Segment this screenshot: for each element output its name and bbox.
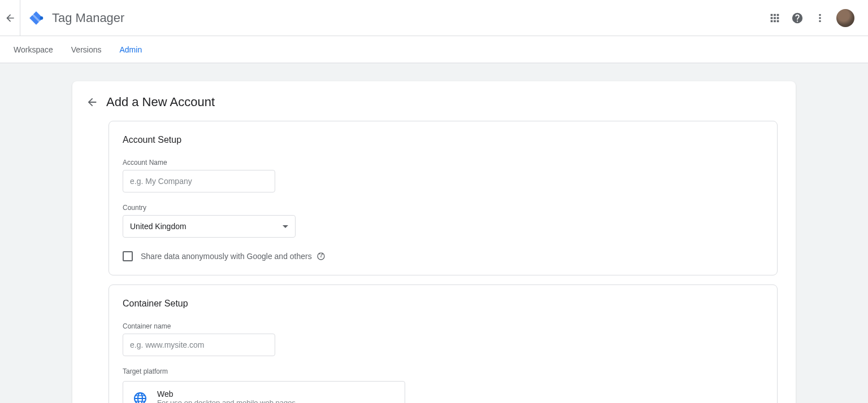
country-value: United Kingdom	[130, 222, 186, 231]
apps-grid-icon[interactable]	[769, 12, 781, 24]
back-arrow-icon[interactable]	[5, 12, 16, 24]
container-name-label: Container name	[123, 322, 763, 330]
top-header: Tag Manager	[0, 0, 868, 36]
country-label: Country	[123, 204, 763, 212]
header-right-icons	[769, 9, 861, 27]
app-title: Tag Manager	[52, 11, 124, 25]
platform-desc: For use on desktop and mobile web pages	[157, 398, 296, 403]
container-setup-card: Container Setup Container name Target pl…	[108, 284, 778, 403]
account-name-label: Account Name	[123, 159, 763, 167]
tab-versions[interactable]: Versions	[71, 36, 102, 63]
back-section	[0, 0, 20, 36]
tab-admin[interactable]: Admin	[119, 36, 142, 63]
help-icon[interactable]	[791, 12, 804, 24]
main-panel: Add a New Account Account Setup Account …	[72, 81, 796, 403]
user-avatar[interactable]	[836, 9, 854, 27]
content-area: Add a New Account Account Setup Account …	[0, 63, 868, 403]
share-help-icon[interactable]	[316, 252, 326, 261]
container-setup-title: Container Setup	[123, 299, 763, 309]
more-vert-icon[interactable]	[814, 12, 826, 24]
panel-header: Add a New Account	[72, 95, 796, 121]
platform-text-group: Web For use on desktop and mobile web pa…	[157, 389, 296, 403]
tab-workspace[interactable]: Workspace	[14, 36, 53, 63]
gtm-logo-icon	[28, 10, 44, 26]
nav-tabs: Workspace Versions Admin	[0, 36, 868, 63]
share-data-checkbox[interactable]	[123, 251, 133, 261]
globe-icon	[133, 392, 147, 404]
panel-title: Add a New Account	[106, 95, 215, 109]
account-setup-card: Account Setup Account Name Country Unite…	[108, 121, 778, 275]
target-platform-label: Target platform	[123, 367, 763, 375]
account-setup-title: Account Setup	[123, 135, 763, 145]
container-name-input[interactable]	[123, 334, 275, 356]
chevron-down-icon	[283, 225, 288, 228]
country-select[interactable]: United Kingdom	[123, 215, 296, 238]
share-data-row: Share data anonymously with Google and o…	[123, 251, 763, 261]
platform-option-web[interactable]: Web For use on desktop and mobile web pa…	[123, 381, 405, 403]
share-data-label: Share data anonymously with Google and o…	[141, 252, 326, 261]
panel-back-icon[interactable]	[86, 96, 98, 108]
svg-point-0	[40, 16, 43, 20]
platform-name: Web	[157, 389, 296, 398]
account-name-input[interactable]	[123, 170, 275, 192]
logo-title-group: Tag Manager	[28, 10, 124, 26]
